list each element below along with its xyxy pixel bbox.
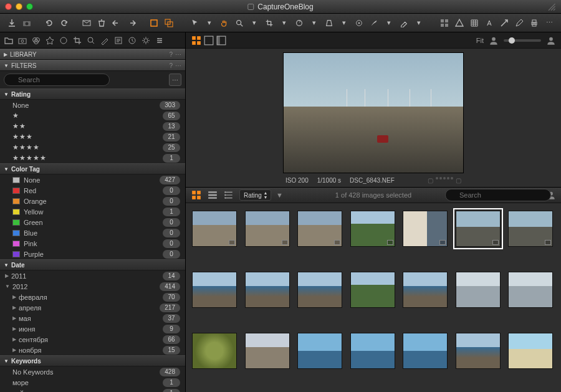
keystone-tool[interactable] bbox=[322, 16, 336, 30]
annotations-button[interactable]: A bbox=[482, 16, 496, 30]
viewer[interactable]: ISO 200 1/1000 s DSC_6843.NEF ▢ ▢ bbox=[186, 49, 561, 187]
quick-tab[interactable] bbox=[153, 34, 166, 47]
thumbnail[interactable] bbox=[245, 333, 290, 369]
adjustments-tab[interactable] bbox=[98, 34, 111, 47]
colortag-red[interactable]: Red0 bbox=[0, 185, 185, 196]
thumbnail[interactable] bbox=[297, 211, 342, 247]
exposure-tab[interactable] bbox=[44, 34, 56, 47]
email-button[interactable] bbox=[80, 16, 94, 30]
capture-tab[interactable] bbox=[16, 34, 29, 47]
crop-tool[interactable] bbox=[262, 16, 276, 30]
cursor-tools-button[interactable] bbox=[147, 16, 161, 30]
select-menu-icon[interactable]: ▾ bbox=[203, 16, 216, 30]
keyword-item[interactable]: море1 bbox=[0, 377, 185, 388]
date-month[interactable]: ▶апреля217 bbox=[0, 302, 185, 313]
redo-button[interactable] bbox=[125, 16, 138, 30]
thumbnail[interactable] bbox=[297, 272, 342, 308]
thumbnail-browser[interactable] bbox=[186, 203, 561, 392]
thumbnail[interactable] bbox=[456, 272, 501, 308]
filter-scroll[interactable]: ▼Rating None303 ★65 ★★13 ★★★21 ★★★★25 ★★… bbox=[0, 88, 185, 392]
thumbnail[interactable] bbox=[192, 272, 237, 308]
filter-menu-button[interactable]: ⋯ bbox=[169, 74, 181, 86]
library-tab[interactable] bbox=[2, 34, 15, 47]
sort-direction-icon[interactable]: ▼ bbox=[276, 191, 283, 199]
zoom-slider[interactable] bbox=[504, 39, 541, 42]
crop-tab[interactable] bbox=[71, 34, 84, 47]
thumbnail[interactable] bbox=[350, 333, 395, 369]
colortag-pink[interactable]: Pink0 bbox=[0, 238, 185, 249]
filter-search-input[interactable] bbox=[4, 74, 110, 86]
date-month[interactable]: ▶июня9 bbox=[0, 323, 185, 334]
minimize-window-button[interactable] bbox=[16, 3, 22, 10]
colortag-orange[interactable]: Orange0 bbox=[0, 196, 185, 206]
date-month[interactable]: ▶ноября15 bbox=[0, 345, 185, 355]
rotate-cw-button[interactable] bbox=[57, 16, 71, 30]
thumbnail[interactable] bbox=[192, 333, 237, 369]
thumbnail-selected[interactable] bbox=[456, 211, 501, 247]
date-month[interactable]: ▶сентября66 bbox=[0, 334, 185, 345]
view-split-button[interactable] bbox=[216, 35, 227, 46]
color-tab[interactable] bbox=[30, 34, 42, 47]
view-grid-button[interactable] bbox=[191, 35, 202, 46]
zoom-window-button[interactable] bbox=[26, 3, 33, 10]
date-month[interactable]: ▶мая37 bbox=[0, 313, 185, 323]
colortag-yellow[interactable]: Yellow1 bbox=[0, 206, 185, 217]
user-icon[interactable] bbox=[546, 36, 556, 45]
rating-none[interactable]: None303 bbox=[0, 100, 185, 110]
thumbnail[interactable] bbox=[508, 333, 553, 369]
filters-panel-header[interactable]: ▼ FILTERS ? ⋯ bbox=[0, 60, 185, 71]
thumbnail[interactable] bbox=[245, 211, 290, 247]
thumbnail[interactable] bbox=[508, 211, 553, 247]
grid-overlay-button[interactable] bbox=[438, 16, 451, 30]
more-button[interactable]: ⋯ bbox=[542, 16, 556, 30]
crop-menu-icon[interactable]: ▾ bbox=[277, 16, 291, 30]
view-single-button[interactable] bbox=[203, 35, 214, 46]
keywords-group-header[interactable]: ▼Keywords bbox=[0, 355, 185, 366]
metadata-tab[interactable] bbox=[112, 34, 125, 47]
library-panel-header[interactable]: ▶ LIBRARY ? ⋯ bbox=[0, 49, 185, 60]
brush-tool[interactable] bbox=[367, 16, 381, 30]
thumbnail[interactable] bbox=[403, 272, 448, 308]
rating-group-header[interactable]: ▼Rating bbox=[0, 88, 185, 100]
sort-select[interactable]: Rating ▴▾ bbox=[239, 189, 271, 201]
thumbnail[interactable] bbox=[456, 333, 501, 369]
date-2011[interactable]: ▶201114 bbox=[0, 270, 185, 281]
colortag-group-header[interactable]: ▼Color Tag bbox=[0, 163, 185, 174]
thumbnail[interactable] bbox=[403, 333, 448, 369]
rating-5star[interactable]: ★★★★★1 bbox=[0, 153, 185, 163]
rotate-tool[interactable] bbox=[292, 16, 306, 30]
print-button[interactable] bbox=[527, 16, 541, 30]
keyword-item[interactable]: пейзаж1 bbox=[0, 388, 185, 392]
pan-tool[interactable] bbox=[218, 16, 231, 30]
thumbnail[interactable] bbox=[192, 211, 237, 247]
browser-search-input[interactable] bbox=[445, 189, 551, 201]
thumbnail[interactable] bbox=[403, 211, 448, 247]
output-tab[interactable] bbox=[126, 34, 138, 47]
close-window-button[interactable] bbox=[5, 3, 12, 10]
thumbnail[interactable] bbox=[508, 272, 553, 308]
lens-tab[interactable] bbox=[57, 34, 70, 47]
keyword-item[interactable]: No Keywords428 bbox=[0, 366, 185, 377]
eraser-menu-icon[interactable]: ▾ bbox=[412, 16, 426, 30]
thumbnail[interactable] bbox=[245, 272, 290, 308]
eraser-tool[interactable] bbox=[397, 16, 411, 30]
thumbnail[interactable] bbox=[297, 333, 342, 369]
rating-4star[interactable]: ★★★★25 bbox=[0, 142, 185, 153]
browser-grid-button[interactable] bbox=[191, 189, 202, 201]
trash-button[interactable] bbox=[95, 16, 108, 30]
date-month[interactable]: ▶февраля70 bbox=[0, 292, 185, 302]
rotate-ccw-button[interactable] bbox=[42, 16, 56, 30]
zoom-tool[interactable] bbox=[233, 16, 246, 30]
rating-1star[interactable]: ★65 bbox=[0, 110, 185, 121]
viewer-image[interactable] bbox=[283, 52, 464, 173]
date-group-header[interactable]: ▼Date bbox=[0, 259, 185, 270]
brush-menu-icon[interactable]: ▾ bbox=[382, 16, 396, 30]
thumbnail[interactable] bbox=[350, 272, 395, 308]
rating-2star[interactable]: ★★13 bbox=[0, 121, 185, 131]
batch-tab[interactable] bbox=[140, 34, 152, 47]
undo-button[interactable] bbox=[110, 16, 123, 30]
details-tab[interactable] bbox=[85, 34, 97, 47]
select-tool[interactable] bbox=[188, 16, 201, 30]
colortag-green[interactable]: Green0 bbox=[0, 217, 185, 227]
import-button[interactable] bbox=[5, 16, 19, 30]
